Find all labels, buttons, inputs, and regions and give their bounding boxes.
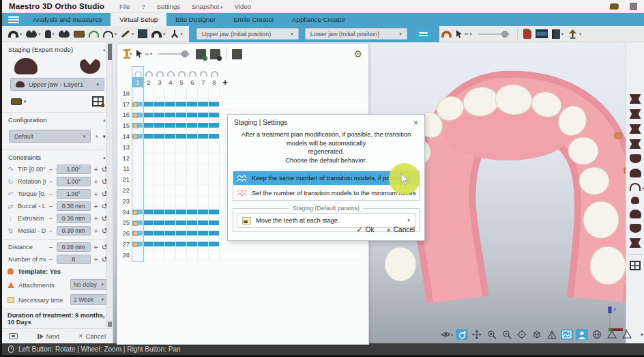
configuration-section-header[interactable]: Configuration ▲ xyxy=(2,113,113,126)
tab-bite-designer[interactable]: Bite Designer xyxy=(166,13,224,26)
more-options-dot[interactable] xyxy=(636,329,644,340)
cursor-mode-button[interactable]: ∞▾ xyxy=(456,30,472,38)
dialog-cancel-button[interactable]: × Cancel xyxy=(386,226,415,234)
increase-button[interactable]: + xyxy=(93,166,99,173)
menu-item-help[interactable]: ? xyxy=(141,3,145,10)
decrease-button[interactable]: − xyxy=(48,256,54,263)
increase-button[interactable]: + xyxy=(93,256,99,263)
molar-icon[interactable] xyxy=(630,238,641,248)
tooth-grid-icon[interactable] xyxy=(630,261,641,270)
stage-row-17[interactable]: 17 xyxy=(117,99,363,110)
stage-row-28[interactable]: 28 xyxy=(117,250,363,261)
premolar-icon[interactable] xyxy=(630,169,641,177)
tab-virtual-setup[interactable]: Virtual Setup xyxy=(111,13,166,26)
jaw-tool-button[interactable]: ▾ xyxy=(26,30,40,38)
window-icon[interactable] xyxy=(630,3,637,10)
pan-tool-button[interactable] xyxy=(471,329,483,340)
stage-column-5[interactable]: 5 xyxy=(176,77,187,87)
lower-jaw-select[interactable]: Lower jaw (Initial position)▾ xyxy=(305,28,407,40)
decrease-button[interactable]: − xyxy=(48,227,54,235)
occlusion-toggle-button[interactable] xyxy=(415,29,432,39)
stage-movement-bar[interactable] xyxy=(132,134,220,139)
configuration-more-button[interactable]: ▾ xyxy=(102,133,106,140)
panel-tool-button[interactable] xyxy=(138,29,147,38)
decrease-button[interactable]: − xyxy=(48,244,54,251)
tab-analysis-and-measures[interactable]: Analysis and measures xyxy=(24,13,111,26)
stage-row-18[interactable]: 18 xyxy=(117,88,363,99)
incisor-icon[interactable] xyxy=(631,197,639,204)
constraint-value[interactable]: 1.00° xyxy=(57,177,91,186)
staging-section-header[interactable]: Staging (Expert mode) ▲ xyxy=(2,42,113,55)
stage-column-7[interactable]: 7 xyxy=(198,77,209,87)
report-button[interactable]: ▾ xyxy=(552,29,564,39)
stage-add-keyframe-button[interactable] xyxy=(196,49,206,59)
staging-settings-gear[interactable]: ⚙ xyxy=(353,49,362,59)
increase-button[interactable]: + xyxy=(93,215,99,223)
bracket-tool-button[interactable] xyxy=(74,31,85,38)
stage-column-8[interactable]: 8 xyxy=(209,77,220,87)
premolar-icon[interactable] xyxy=(630,210,641,218)
decrease-button[interactable]: − xyxy=(48,166,54,173)
mesh-view-button[interactable] xyxy=(546,329,558,340)
cube-view-button[interactable] xyxy=(531,329,543,340)
zoom-out-button[interactable] xyxy=(501,329,513,340)
menu-item-snapshot[interactable]: Snapshot▾ xyxy=(192,3,223,10)
increase-button[interactable]: + xyxy=(93,203,99,210)
add-stage-button[interactable]: + xyxy=(220,77,231,87)
screenshot-button[interactable] xyxy=(561,329,573,340)
video-export-button[interactable] xyxy=(536,29,548,38)
stage-column-1[interactable]: 1 xyxy=(132,77,143,87)
stage-speed-slider[interactable] xyxy=(158,53,190,55)
tab-appliance-creator[interactable]: Appliance Creator xyxy=(283,13,354,26)
stage-arch-icon[interactable] xyxy=(154,67,165,76)
stage-remove-keyframe-button[interactable] xyxy=(210,49,220,59)
occlusion-jaw-button[interactable] xyxy=(59,30,70,38)
arch-view-button[interactable] xyxy=(441,31,452,38)
transparency-slider[interactable] xyxy=(478,33,510,35)
decrease-button[interactable]: − xyxy=(48,178,54,186)
tooth-tool-button[interactable]: ▾ xyxy=(45,30,55,38)
rotate-tool-button[interactable] xyxy=(456,329,468,340)
stage-movement-bar[interactable] xyxy=(132,242,220,246)
configuration-select[interactable]: Default ▾ xyxy=(9,130,91,143)
globe-grid-button[interactable] xyxy=(591,329,603,340)
increase-button[interactable]: + xyxy=(93,178,99,186)
arch-setup-button[interactable]: ▾ xyxy=(151,31,165,38)
center-view-button[interactable] xyxy=(516,329,528,340)
patient-view-button[interactable] xyxy=(576,329,588,340)
triangle-quality-button[interactable] xyxy=(606,329,618,340)
stage-cursor-button[interactable]: ∞▾ xyxy=(136,50,152,58)
menu-item-video[interactable]: Video xyxy=(235,3,251,10)
stage-column-6[interactable]: 6 xyxy=(187,77,198,87)
zoom-in-button[interactable] xyxy=(486,329,498,340)
decrease-button[interactable]: − xyxy=(48,190,54,198)
arch-selector-icon[interactable]: ▾ xyxy=(630,183,641,191)
dialog-close-button[interactable]: × xyxy=(413,119,418,126)
upper-jaw-select[interactable]: Upper jaw (Initial position)▾ xyxy=(196,28,299,40)
constraint-value[interactable]: 1.00° xyxy=(57,189,91,199)
scrollbar-thumb[interactable] xyxy=(108,44,112,60)
increase-button[interactable]: + xyxy=(93,244,99,251)
stage-column-3[interactable]: 3 xyxy=(154,77,165,87)
pen-tool-button[interactable]: ▾ xyxy=(121,31,134,37)
decrease-button[interactable]: − xyxy=(48,203,54,210)
molar-icon[interactable] xyxy=(630,94,641,104)
stage-block-button[interactable] xyxy=(232,49,242,59)
attachments-select[interactable]: No delay ▾ xyxy=(70,279,107,290)
canine-icon[interactable] xyxy=(630,224,641,233)
increase-button[interactable]: + xyxy=(93,190,99,198)
stage-arch-icon[interactable] xyxy=(209,67,220,76)
menu-item-file[interactable]: File xyxy=(119,3,130,10)
stage-column-2[interactable]: 2 xyxy=(143,77,154,87)
decrease-button[interactable]: − xyxy=(48,215,54,223)
necessary-time-select[interactable]: 2 Week ▾ xyxy=(70,294,107,305)
molar-icon[interactable] xyxy=(630,139,641,149)
canine-icon[interactable] xyxy=(630,154,641,163)
stage-movement-bar[interactable] xyxy=(132,210,220,214)
stage-arch-icon[interactable] xyxy=(132,67,143,76)
upper-jaw-icon[interactable] xyxy=(14,58,38,74)
tree-view-button[interactable]: ▾ xyxy=(568,29,581,39)
constraints-section-header[interactable]: Constraints ▲ xyxy=(2,150,113,163)
cancel-button[interactable]: × Cancel xyxy=(79,332,106,340)
arch-tool-button[interactable]: ▾ xyxy=(8,31,22,38)
